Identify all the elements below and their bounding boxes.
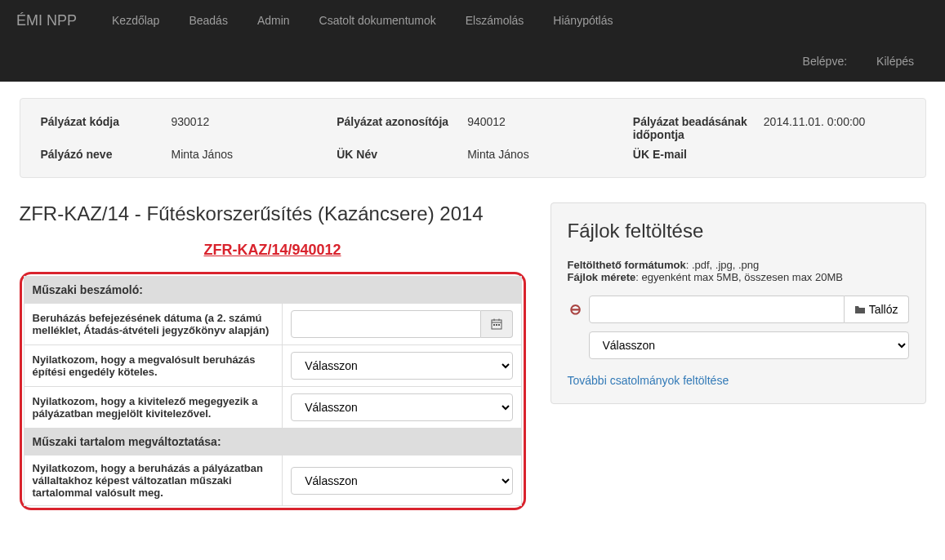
nav-home[interactable]: Kezdőlap — [97, 2, 174, 39]
brand[interactable]: ÉMI NPP — [16, 12, 77, 29]
row-permit-label: Nyilatkozom, hogy a megvalósult beruházá… — [24, 345, 283, 387]
more-attachments-link[interactable]: További csatolmányok feltöltése — [568, 374, 729, 387]
info-beadas-value: 2014.11.01. 0:00:00 — [764, 115, 905, 141]
info-uknev-label: ÜK Név — [337, 148, 467, 161]
form-highlight-box: Műszaki beszámoló: Beruházás befejezésén… — [20, 272, 526, 510]
info-azon-value: 940012 — [467, 115, 608, 141]
upload-formats-label: Feltölthető formátumok — [568, 259, 686, 271]
project-link[interactable]: ZFR-KAZ/14/940012 — [203, 242, 341, 258]
upload-title: Fájlok feltöltése — [568, 220, 909, 242]
row-unchanged-label: Nyilatkozom, hogy a beruházás a pályázat… — [24, 456, 283, 506]
upload-panel: Fájlok feltöltése Feltölthető formátumok… — [551, 202, 926, 404]
info-nev-value: Minta János — [172, 148, 313, 161]
completion-date-input[interactable] — [291, 310, 480, 338]
section-tech-report: Műszaki beszámoló: — [24, 277, 521, 304]
info-azon-label: Pályázat azonosítója — [337, 115, 467, 141]
upload-size-label: Fájlok mérete — [568, 271, 636, 283]
svg-rect-5 — [496, 324, 497, 326]
row-contractor-label: Nyilatkozom, hogy a kivitelező megegyezi… — [24, 387, 283, 429]
info-kod-value: 930012 — [172, 115, 313, 141]
contractor-select[interactable]: Válasszon — [291, 393, 512, 421]
section-tech-change: Műszaki tartalom megváltoztatása: — [24, 429, 521, 456]
remove-file-icon[interactable]: ⊖ — [568, 300, 584, 318]
nav-submit[interactable]: Beadás — [174, 2, 242, 39]
svg-rect-4 — [493, 324, 495, 326]
nav-admin[interactable]: Admin — [243, 2, 305, 39]
info-uknev-value: Minta János — [467, 148, 608, 161]
info-panel: Pályázat kódja 930012 Pályázat azonosító… — [20, 98, 926, 178]
logged-in-label: Belépve: — [788, 42, 862, 80]
info-ukemail-value — [764, 148, 905, 161]
upload-size-value: : egyenként max 5MB, összesen max 20MB — [635, 271, 843, 283]
top-navbar: ÉMI NPP Kezdőlap Beadás Admin Csatolt do… — [0, 0, 945, 82]
logout-link[interactable]: Kilépés — [862, 42, 929, 80]
info-ukemail-label: ÜK E-mail — [633, 148, 764, 161]
file-name-display — [589, 296, 845, 323]
calendar-icon[interactable] — [481, 310, 513, 338]
nav-attachments[interactable]: Csatolt dokumentumok — [305, 2, 451, 39]
upload-type-select[interactable]: Válasszon — [589, 331, 909, 359]
unchanged-select[interactable]: Válasszon — [291, 467, 512, 495]
browse-button[interactable]: Tallóz — [845, 296, 909, 323]
info-nev-label: Pályázó neve — [41, 148, 172, 161]
info-kod-label: Pályázat kódja — [41, 115, 172, 141]
folder-icon — [854, 304, 866, 315]
row-completion-date-label: Beruházás befejezésének dátuma (a 2. szá… — [24, 304, 283, 345]
permit-select[interactable]: Válasszon — [291, 352, 512, 380]
nav-settlement[interactable]: Elszámolás — [451, 2, 539, 39]
page-title: ZFR-KAZ/14 - Fűtéskorszerűsítés (Kazáncs… — [20, 202, 526, 225]
nav-deficiency[interactable]: Hiánypótlás — [538, 2, 627, 39]
svg-rect-6 — [498, 324, 500, 326]
upload-formats-value: : .pdf, .jpg, .png — [686, 259, 760, 271]
info-beadas-label: Pályázat beadásának időpontja — [633, 115, 764, 141]
